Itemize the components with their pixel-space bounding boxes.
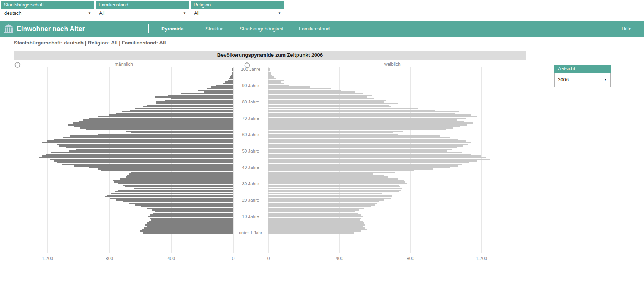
male-bar[interactable] — [68, 124, 233, 126]
male-bar[interactable] — [228, 80, 233, 81]
female-bar[interactable] — [268, 213, 358, 214]
female-bar[interactable] — [268, 208, 364, 209]
male-bar[interactable] — [145, 224, 233, 226]
female-bar[interactable] — [268, 165, 458, 167]
female-bar[interactable] — [268, 140, 466, 142]
male-bar[interactable] — [54, 139, 233, 140]
male-bar[interactable] — [204, 91, 233, 93]
male-bar[interactable] — [123, 185, 233, 186]
female-bar[interactable] — [268, 168, 433, 170]
male-bar[interactable] — [231, 75, 233, 76]
male-bar[interactable] — [39, 157, 233, 158]
female-bar[interactable] — [268, 176, 388, 178]
male-bar[interactable] — [70, 135, 233, 137]
female-bar[interactable] — [268, 81, 281, 83]
female-bar[interactable] — [268, 159, 490, 160]
male-bar[interactable] — [141, 206, 233, 208]
female-bar[interactable] — [268, 230, 361, 232]
female-bar[interactable] — [268, 211, 355, 213]
male-bar[interactable] — [105, 196, 233, 198]
male-bar[interactable] — [198, 90, 233, 91]
male-bar[interactable] — [118, 183, 233, 184]
female-bar[interactable] — [268, 214, 361, 216]
female-bar[interactable] — [268, 137, 450, 139]
male-bar[interactable] — [62, 164, 233, 165]
male-bar[interactable] — [232, 68, 233, 70]
male-bar[interactable] — [98, 116, 233, 118]
female-bar[interactable] — [268, 91, 355, 93]
female-bar[interactable] — [268, 132, 393, 134]
male-bar[interactable] — [127, 175, 233, 176]
female-bar[interactable] — [268, 222, 364, 224]
female-bar[interactable] — [268, 160, 477, 162]
male-bar[interactable] — [116, 199, 233, 201]
female-bar[interactable] — [268, 68, 270, 70]
female-bar[interactable] — [268, 129, 446, 130]
female-bar[interactable] — [268, 100, 386, 101]
male-bar[interactable] — [147, 222, 233, 224]
male-bar[interactable] — [147, 105, 233, 106]
male-bar[interactable] — [143, 106, 233, 108]
male-bar[interactable] — [155, 96, 233, 98]
male-bar[interactable] — [46, 154, 233, 155]
female-bar[interactable] — [268, 76, 274, 78]
male-bar[interactable] — [42, 155, 233, 157]
male-bar[interactable] — [83, 119, 233, 121]
male-bar[interactable] — [123, 201, 233, 203]
female-bar[interactable] — [268, 162, 469, 163]
female-bar[interactable] — [268, 134, 398, 135]
male-bar[interactable] — [142, 229, 233, 230]
female-bar[interactable] — [268, 149, 452, 150]
male-bar[interactable] — [153, 213, 233, 214]
female-bar[interactable] — [268, 229, 367, 230]
male-bar[interactable] — [98, 134, 233, 135]
female-bar[interactable] — [268, 135, 440, 137]
female-bar[interactable] — [268, 122, 473, 124]
female-bar[interactable] — [268, 127, 453, 129]
male-bar[interactable] — [69, 150, 233, 152]
male-bar[interactable] — [225, 81, 233, 83]
female-bar[interactable] — [268, 167, 450, 168]
female-bar[interactable] — [268, 178, 398, 180]
male-bar[interactable] — [126, 176, 233, 178]
female-bar[interactable] — [268, 124, 467, 126]
female-bar[interactable] — [268, 108, 418, 109]
female-bar[interactable] — [268, 221, 363, 222]
male-bar[interactable] — [232, 70, 233, 72]
female-bar[interactable] — [268, 103, 398, 104]
female-bar[interactable] — [268, 80, 284, 81]
male-bar[interactable] — [129, 173, 233, 175]
male-bar[interactable] — [135, 204, 233, 206]
female-bar[interactable] — [268, 154, 471, 155]
female-bar[interactable] — [268, 118, 466, 119]
male-bar[interactable] — [73, 122, 233, 124]
chevron-down-icon[interactable]: ▼ — [600, 73, 610, 86]
tab-pyramide[interactable]: Pyramide — [161, 21, 184, 37]
male-bar[interactable] — [76, 149, 233, 150]
help-button[interactable]: Hilfe — [622, 21, 631, 37]
male-bar[interactable] — [57, 162, 233, 163]
female-bar[interactable] — [268, 191, 399, 193]
female-bar[interactable] — [268, 206, 371, 208]
female-bar[interactable] — [268, 98, 374, 99]
female-bar[interactable] — [268, 150, 447, 152]
female-bar[interactable] — [268, 101, 384, 103]
male-bar[interactable] — [66, 147, 233, 149]
male-bar[interactable] — [101, 170, 233, 172]
female-bar[interactable] — [268, 75, 272, 76]
male-bar[interactable] — [115, 191, 233, 193]
tab-staatsangehoerigkeit[interactable]: Staatsangehörigkeit — [240, 21, 283, 37]
female-bar[interactable] — [268, 119, 457, 121]
male-bar[interactable] — [150, 214, 233, 216]
female-bar[interactable] — [268, 85, 289, 86]
female-bar[interactable] — [268, 175, 384, 176]
male-bar[interactable] — [140, 230, 234, 232]
male-bar[interactable] — [181, 93, 233, 95]
male-bar[interactable] — [211, 86, 233, 88]
female-bar[interactable] — [268, 88, 331, 90]
male-bar[interactable] — [232, 73, 233, 75]
male-bar[interactable] — [151, 219, 233, 221]
timeview-select[interactable]: 2006 ▼ — [554, 73, 611, 87]
chevron-down-icon[interactable]: ▼ — [85, 9, 94, 17]
female-bar[interactable] — [268, 170, 414, 172]
